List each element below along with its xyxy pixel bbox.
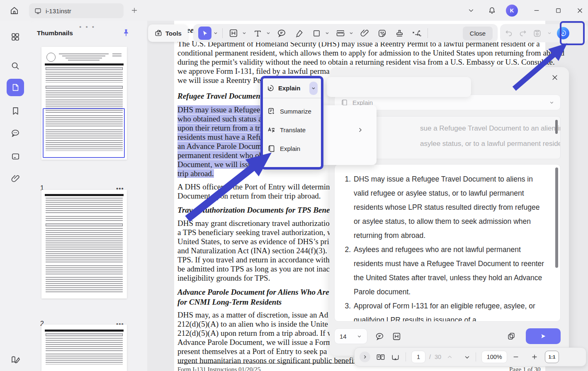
ai-panel-close-button[interactable] (550, 73, 559, 82)
insert-heading-icon[interactable] (392, 332, 401, 341)
attach-tool-button[interactable] (358, 27, 371, 40)
quick-menu-item-label: Explain (280, 145, 300, 152)
thumbnail-page-3[interactable] (41, 325, 127, 371)
text-tool-button[interactable] (251, 27, 264, 40)
response-scrollbar-thumb[interactable] (555, 167, 558, 268)
ai-response-item: Asylees and refugees who are not lawful … (353, 242, 548, 299)
save-icon[interactable] (532, 29, 542, 38)
text-tool-chevron-icon[interactable] (266, 31, 271, 36)
close-tools-label: Close (470, 30, 486, 37)
measure-tool-chevron-icon[interactable] (349, 31, 354, 36)
bookmark-icon (11, 106, 20, 116)
new-tab-button[interactable] (127, 3, 142, 18)
quick-menu-submenu-card[interactable] (315, 105, 377, 165)
rail-item-comments[interactable] (7, 124, 24, 142)
zoom-level[interactable]: 100% (481, 351, 507, 363)
toolbar-divider (222, 28, 223, 38)
rail-item-search[interactable] (7, 57, 24, 75)
notifications-button[interactable] (484, 3, 499, 18)
toolbar-divider (428, 28, 428, 38)
cursor-icon (201, 29, 209, 37)
fit-page-icon[interactable] (391, 352, 400, 362)
explain-book-icon (267, 144, 276, 153)
pin-icon[interactable] (121, 28, 131, 37)
highlighter-icon (294, 29, 304, 38)
quick-menu-expand-button[interactable] (309, 82, 318, 95)
rail-item-attachments[interactable] (7, 170, 24, 187)
ai-quick-menu: Explain Summarize Translate Explain (260, 76, 323, 170)
highlighter-tool-button[interactable] (292, 27, 306, 40)
save-chevron-icon[interactable] (547, 31, 552, 36)
font-size-value: 14 (340, 333, 347, 340)
quick-menu-item-label: Translate (280, 126, 306, 133)
rail-item-grid[interactable] (7, 28, 24, 46)
grid-icon (10, 32, 20, 42)
thumbnail-page-1[interactable] (41, 47, 127, 160)
add-comment-icon[interactable] (375, 332, 384, 341)
zoom-in-icon[interactable] (531, 354, 538, 360)
quick-menu-item-explain[interactable]: Explain (263, 139, 321, 158)
zoom-out-icon[interactable] (513, 354, 519, 360)
measure-tool-button[interactable] (334, 27, 347, 40)
sticker-tool-button[interactable] (375, 27, 389, 40)
signature-tool-button[interactable] (410, 27, 423, 40)
rail-item-bookmarks[interactable] (7, 102, 24, 119)
document-tab[interactable]: i-131instr (29, 3, 124, 18)
quick-menu-item-summarize[interactable]: Summarize (263, 102, 321, 121)
heading-icon (228, 28, 238, 38)
home-icon (11, 7, 17, 13)
tools-button[interactable]: Tools (148, 24, 188, 42)
panel-drag-handle[interactable]: • • • (79, 23, 95, 30)
window-menu-button[interactable] (464, 3, 479, 18)
rail-item-thumbnails[interactable] (7, 79, 24, 96)
maximize-button[interactable] (551, 3, 566, 18)
quick-menu-header[interactable]: Explain (263, 78, 321, 98)
minimize-button[interactable] (529, 3, 544, 18)
user-avatar[interactable]: K (506, 5, 518, 17)
minimize-icon (533, 7, 540, 14)
thumbnail-page-2[interactable] (41, 190, 127, 298)
page-navigation-bar: 1 / 30 100% 1:1 (354, 347, 586, 366)
ai-response-box[interactable]: DHS may issue a Refugee Travel Document … (334, 164, 561, 322)
expand-nav-button[interactable] (360, 352, 370, 362)
font-size-select[interactable]: 14 (334, 328, 367, 344)
quick-menu-item-translate[interactable]: Translate (263, 121, 321, 139)
home-button[interactable] (7, 3, 22, 18)
close-tools-button[interactable]: Close (463, 27, 493, 40)
select-tool-chevron-icon[interactable] (213, 31, 218, 36)
stamp-tool-button[interactable] (393, 27, 406, 40)
avatar-initial: K (510, 7, 514, 14)
send-button[interactable] (526, 328, 561, 344)
rail-item-reader[interactable] (7, 351, 24, 368)
redo-icon[interactable] (518, 29, 527, 38)
font-size-chevron-icon (357, 334, 362, 339)
select-tool-button[interactable] (198, 27, 211, 40)
heading-tool-chevron-icon[interactable] (242, 31, 247, 36)
quick-menu-item-label: Summarize (280, 108, 311, 115)
rectangle-icon (312, 29, 321, 38)
rail-item-pages[interactable] (7, 148, 24, 165)
shape-tool-button[interactable] (310, 27, 323, 40)
page-layout-icon[interactable] (376, 352, 385, 362)
copy-icon[interactable] (507, 332, 516, 341)
current-page-input[interactable]: 1 (411, 351, 425, 363)
chevron-down-icon (468, 7, 474, 14)
undo-icon[interactable] (504, 29, 513, 38)
thumbnail-viewport-indicator[interactable] (43, 108, 125, 158)
shape-tool-chevron-icon[interactable] (325, 31, 330, 36)
heading-tool-button[interactable] (227, 27, 240, 40)
signature-icon (411, 28, 422, 39)
reader-pen-icon (10, 354, 20, 364)
previous-page-icon[interactable] (447, 354, 453, 360)
quote-scrollbar-thumb[interactable] (555, 120, 558, 134)
comment-tool-button[interactable] (275, 27, 288, 40)
chevron-down-icon (311, 86, 316, 91)
close-window-button[interactable] (572, 3, 587, 18)
actual-size-button[interactable]: 1:1 (545, 351, 559, 363)
next-page-icon[interactable] (464, 354, 470, 360)
thumbnails-panel-title: Thumbnails (37, 29, 73, 37)
ai-response-list: DHS may issue a Refugee Travel Document … (353, 172, 548, 322)
comment-icon (10, 128, 20, 138)
current-page-value: 1 (417, 354, 420, 360)
quick-menu-header-label: Explain (278, 85, 300, 92)
